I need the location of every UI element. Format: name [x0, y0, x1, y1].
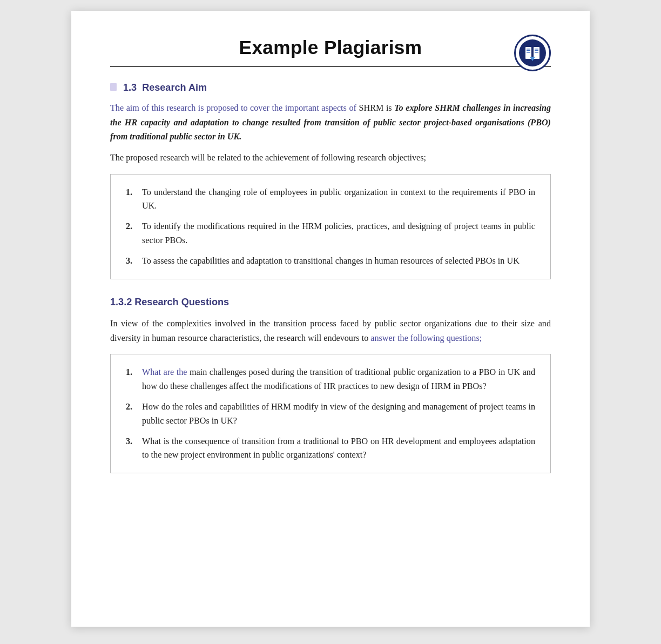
intro-highlighted-part: The aim of this research is proposed to …: [110, 103, 356, 112]
svg-rect-7: [527, 52, 530, 53]
section-1-3-number: 1.3: [123, 82, 137, 93]
objective-3-text: To assess the capabilities and adaptatio…: [142, 254, 520, 268]
section-1-3-heading: 1.3 Research Aim: [110, 82, 551, 93]
section-1-3-2-heading: 1.3.2 Research Questions: [110, 297, 551, 308]
highlight-marker-1: [110, 83, 117, 91]
logo: [514, 35, 551, 71]
section-1-3-2-number: 1.3.2: [110, 297, 132, 307]
question-3-text: What is the consequence of transition fr…: [142, 434, 535, 462]
objective-3: 3. To assess the capabilities and adapta…: [126, 254, 535, 268]
question-1: 1. What are the main challenges posed du…: [126, 365, 535, 393]
question-2: 2. How do the roles and capabilities of …: [126, 400, 535, 428]
objective-2-text: To identify the modifications required i…: [142, 219, 535, 247]
question-1-num: 1.: [126, 365, 137, 393]
question-2-text: How do the roles and capabilities of HRM…: [142, 400, 535, 428]
svg-rect-5: [527, 49, 530, 50]
question-2-num: 2.: [126, 400, 137, 428]
question-1-text: What are the main challenges posed durin…: [142, 365, 535, 393]
question-3-num: 3.: [126, 434, 137, 462]
objective-1-text: To understand the changing role of emplo…: [142, 185, 535, 213]
objective-2: 2. To identify the modifications require…: [126, 219, 535, 247]
questions-list: 1. What are the main challenges posed du…: [126, 365, 535, 462]
question-1-highlight: What are the: [142, 367, 187, 377]
section-1-3-2-number-title: 1.3.2 Research Questions: [110, 297, 229, 307]
svg-rect-6: [527, 50, 530, 51]
page-header: Example Plagiarism: [110, 37, 551, 67]
svg-rect-10: [535, 52, 538, 53]
section-1-3-2-intro: In view of the complexities involved in …: [110, 317, 551, 345]
logo-circle: [514, 35, 551, 71]
research-questions-intro-highlighted: answer the following questions;: [370, 333, 482, 343]
objectives-intro-text: The proposed research will be related to…: [110, 153, 426, 162]
intro-shrm-text: SHRM is: [359, 103, 395, 112]
objective-1-num: 1.: [126, 185, 137, 213]
objective-3-num: 3.: [126, 254, 137, 268]
svg-rect-9: [535, 50, 538, 51]
question-3: 3. What is the consequence of transition…: [126, 434, 535, 462]
logo-svg: [518, 38, 547, 68]
objective-1: 1. To understand the changing role of em…: [126, 185, 535, 213]
document-page: Example Plagiarism: [71, 11, 590, 627]
page-title: Example Plagiarism: [110, 37, 551, 58]
section-1-3-objectives-intro: The proposed research will be related to…: [110, 151, 551, 165]
svg-rect-8: [535, 49, 538, 50]
research-questions-intro-normal: In view of the complexities involved in …: [110, 319, 551, 343]
objectives-list: 1. To understand the changing role of em…: [126, 185, 535, 268]
section-1-3-2-title: Research Questions: [134, 297, 229, 307]
objectives-box: 1. To understand the changing role of em…: [110, 174, 551, 279]
section-1-3-intro: The aim of this research is proposed to …: [110, 101, 551, 144]
section-1-3-title: Research Aim: [142, 82, 207, 93]
objective-2-num: 2.: [126, 219, 137, 247]
questions-box: 1. What are the main challenges posed du…: [110, 354, 551, 473]
